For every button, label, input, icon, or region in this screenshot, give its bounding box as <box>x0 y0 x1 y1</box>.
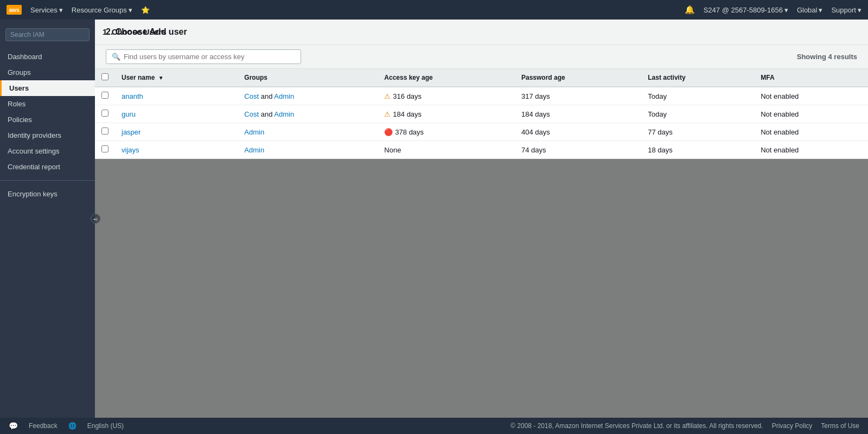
resource-groups-chevron-icon: ▾ <box>129 6 132 14</box>
group-link[interactable]: Cost <box>244 110 259 118</box>
locale-label: English (US) <box>87 422 124 430</box>
access-key-age-cell: 🔴378 days <box>378 123 515 141</box>
users-table-area: User name ▼ Groups Access key age Passwo… <box>95 69 868 159</box>
last-activity-cell: 77 days <box>641 123 754 141</box>
group-link[interactable]: Admin <box>274 110 294 118</box>
support-menu[interactable]: Support ▾ <box>831 6 861 14</box>
resource-groups-menu[interactable]: Resource Groups ▾ <box>72 6 132 14</box>
sidebar-item-dashboard[interactable]: Dashboard <box>0 49 95 65</box>
groups-cell: Admin <box>238 123 378 141</box>
user-name-link[interactable]: ananth <box>122 92 143 100</box>
sidebar-item-policies[interactable]: Policies <box>0 112 95 127</box>
sidebar-item-groups[interactable]: Groups <box>0 65 95 80</box>
select-all-col <box>95 69 115 87</box>
table-row: jasperAdmin🔴378 days404 days77 daysNot e… <box>95 123 868 141</box>
nav-right: 🔔 S247 @ 2567-5809-1656 ▾ Global ▾ Suppo… <box>685 5 861 15</box>
aws-logo: aws <box>7 5 22 15</box>
group-link[interactable]: Admin <box>244 146 264 154</box>
users-table: User name ▼ Groups Access key age Passwo… <box>95 69 868 159</box>
services-menu[interactable]: Services ▾ <box>30 6 63 14</box>
row-checkbox[interactable] <box>101 145 108 152</box>
app-body: Dashboard Groups Users Roles Policies Id… <box>0 20 868 418</box>
sidebar-item-identity-providers[interactable]: Identity providers <box>0 127 95 143</box>
sidebar-item-account-settings[interactable]: Account settings <box>0 143 95 159</box>
password-age-cell: 317 days <box>515 87 641 105</box>
main-content: Add user Delete user ↻ ⚙ ? 1. Choose Use… <box>95 20 868 418</box>
col-header-password-age[interactable]: Password age <box>515 69 641 87</box>
warn-icon: ⚠ <box>384 92 391 100</box>
copyright-text: © 2008 - 2018, Amazon Internet Services … <box>510 422 763 430</box>
select-all-checkbox[interactable] <box>101 73 108 80</box>
row-checkbox[interactable] <box>101 110 108 117</box>
row-checkbox-cell <box>95 123 115 141</box>
feedback-link[interactable]: Feedback <box>29 422 58 430</box>
error-icon: 🔴 <box>384 128 393 136</box>
overlay-step2-header: 2. Choose Add user <box>95 20 868 45</box>
mfa-cell: Not enabled <box>754 123 868 141</box>
last-activity-cell: 18 days <box>641 141 754 159</box>
groups-cell: Admin <box>238 141 378 159</box>
table-row: guruCost and Admin⚠184 days184 daysToday… <box>95 105 868 123</box>
terms-of-use-link[interactable]: Terms of Use <box>821 422 859 430</box>
overlay-search-row: 🔍 Showing 4 results <box>95 45 868 69</box>
search-icon: 🔍 <box>112 53 120 61</box>
mfa-cell: Not enabled <box>754 105 868 123</box>
notification-bell-icon[interactable]: 🔔 <box>685 5 695 15</box>
user-name-cell: ananth <box>115 87 238 105</box>
user-name-cell: guru <box>115 105 238 123</box>
search-iam-box <box>0 24 95 46</box>
sidebar-item-encryption-keys[interactable]: Encryption keys <box>0 186 95 202</box>
user-name-cell: jasper <box>115 123 238 141</box>
groups-cell: Cost and Admin <box>238 105 378 123</box>
services-label: Services <box>30 6 58 14</box>
support-chevron-icon: ▾ <box>858 6 861 14</box>
overlay-dim-area <box>95 159 868 418</box>
account-chevron-icon: ▾ <box>784 6 788 14</box>
globe-icon: 🌐 <box>68 422 76 430</box>
aws-logo-box: aws <box>7 5 22 15</box>
sidebar-item-roles[interactable]: Roles <box>0 96 95 112</box>
privacy-policy-link[interactable]: Privacy Policy <box>772 422 813 430</box>
sidebar-item-credential-report[interactable]: Credential report <box>0 159 95 175</box>
sidebar-divider <box>0 180 95 181</box>
region-menu[interactable]: Global ▾ <box>797 6 823 14</box>
group-link[interactable]: Cost <box>244 92 259 100</box>
row-checkbox[interactable] <box>101 127 108 135</box>
group-link[interactable]: Admin <box>244 128 264 136</box>
overlay-panel: 1. Choose Users 2. Choose Add user 🔍 Sho… <box>95 20 868 418</box>
col-header-mfa[interactable]: MFA <box>754 69 868 87</box>
warn-icon: ⚠ <box>384 110 391 118</box>
group-link[interactable]: Admin <box>274 92 294 100</box>
user-name-link[interactable]: vijays <box>122 146 139 154</box>
col-header-groups[interactable]: Groups <box>238 69 378 87</box>
sidebar-item-users[interactable]: Users <box>0 80 95 96</box>
search-iam-input[interactable] <box>5 28 90 41</box>
last-activity-cell: Today <box>641 105 754 123</box>
footer: 💬 Feedback 🌐 English (US) © 2008 - 2018,… <box>0 418 868 434</box>
groups-cell: Cost and Admin <box>238 87 378 105</box>
user-name-link[interactable]: guru <box>122 110 136 118</box>
mfa-cell: Not enabled <box>754 87 868 105</box>
access-key-age-cell: None <box>378 141 515 159</box>
password-age-cell: 184 days <box>515 105 641 123</box>
access-key-age-cell: ⚠184 days <box>378 105 515 123</box>
user-name-cell: vijays <box>115 141 238 159</box>
mfa-cell: Not enabled <box>754 141 868 159</box>
star-icon[interactable]: ⭐ <box>141 6 150 14</box>
overlay-step-header: 1. Choose Users 2. Choose Add user <box>95 20 868 45</box>
feedback-icon: 💬 <box>9 422 18 430</box>
row-checkbox[interactable] <box>101 92 108 99</box>
user-name-link[interactable]: jasper <box>122 128 141 136</box>
col-header-access-key-age[interactable]: Access key age <box>378 69 515 87</box>
col-header-last-activity[interactable]: Last activity <box>641 69 754 87</box>
step2-label: 2. Choose Add user <box>106 27 187 36</box>
table-row: vijaysAdminNone74 days18 daysNot enabled <box>95 141 868 159</box>
user-search-input[interactable] <box>124 53 295 61</box>
support-label: Support <box>831 6 856 14</box>
table-header-row: User name ▼ Groups Access key age Passwo… <box>95 69 868 87</box>
col-header-username[interactable]: User name ▼ <box>115 69 238 87</box>
account-label: S247 @ 2567-5809-1656 <box>704 6 783 14</box>
results-count: Showing 4 results <box>797 53 857 61</box>
row-checkbox-cell <box>95 141 115 159</box>
account-menu[interactable]: S247 @ 2567-5809-1656 ▾ <box>704 6 788 14</box>
